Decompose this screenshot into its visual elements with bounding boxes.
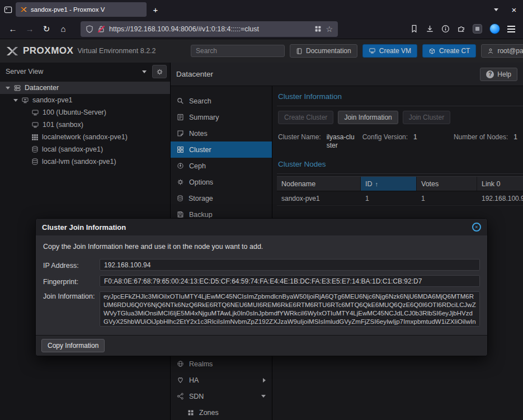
tab-list-chevron-icon[interactable] <box>488 2 504 17</box>
firefox-view-icon[interactable] <box>0 0 16 19</box>
page-info-icon[interactable] <box>441 25 450 33</box>
shield-icon[interactable] <box>86 25 93 33</box>
tab-title: sandox-pve1 - Proxmox V <box>31 6 142 13</box>
dialog-close-icon[interactable]: × <box>472 223 481 232</box>
url-bar[interactable]: https://192.168.100.94:8006/#v1:0:18:4::… <box>81 21 338 37</box>
account-avatar[interactable] <box>489 23 500 34</box>
dialog-footer: Copy Information <box>36 335 487 356</box>
fingerprint-field[interactable]: F0:A8:0E:67:68:79:65:00:24:13:EC:D5:CF:6… <box>100 275 480 287</box>
join-information-row: Join Information: eyJpcEFkZHJlc3MiOiIxOT… <box>43 291 480 327</box>
extension-badge-icon[interactable] <box>473 24 482 34</box>
menu-icon[interactable] <box>507 29 515 30</box>
cluster-join-information-dialog: Cluster Join Information × Copy the Join… <box>35 218 488 356</box>
dialog-body: Copy the Join Information here and use i… <box>36 235 487 335</box>
ip-address-field[interactable]: 192.168.100.94 <box>100 259 480 271</box>
dialog-header[interactable]: Cluster Join Information × <box>36 219 487 235</box>
bookmark-flag-icon[interactable] <box>410 25 418 33</box>
window-close-button[interactable]: × <box>506 2 522 17</box>
back-button[interactable]: ← <box>4 21 21 37</box>
extensions-puzzle-icon[interactable] <box>457 25 465 33</box>
dialog-title: Cluster Join Information <box>42 223 126 232</box>
grid-icon[interactable] <box>314 25 322 32</box>
dialog-description: Copy the Join Information here and use i… <box>43 243 480 251</box>
browser-window: sandox-pve1 - Proxmox V + × ← → ↻ ⌂ http… <box>0 0 523 420</box>
fingerprint-row: Fingerprint: F0:A8:0E:67:68:79:65:00:24:… <box>43 275 480 287</box>
join-information-textarea[interactable]: eyJpcEFkZHJlc3MiOiIxOTIuMTY4LjEwMC45NCIs… <box>100 291 480 327</box>
browser-tab[interactable]: sandox-pve1 - Proxmox V <box>16 2 147 17</box>
reload-button[interactable]: ↻ <box>38 21 55 37</box>
url-text[interactable]: https://192.168.100.94:8006/#v1:0:18:4::… <box>109 25 310 33</box>
tab-bar: sandox-pve1 - Proxmox V + × <box>0 0 523 19</box>
insecure-lock-icon[interactable] <box>97 25 105 33</box>
copy-information-button[interactable]: Copy Information <box>41 339 105 352</box>
navigation-bar: ← → ↻ ⌂ https://192.168.100.94:8006/#v1:… <box>0 19 523 39</box>
home-button[interactable]: ⌂ <box>55 21 72 37</box>
ip-address-row: IP Address: 192.168.100.94 <box>43 259 480 271</box>
forward-button[interactable]: → <box>21 21 38 37</box>
proxmox-favicon <box>20 6 27 13</box>
downloads-icon[interactable] <box>426 25 434 33</box>
toolbar-icons <box>410 23 519 34</box>
bookmark-star-icon[interactable]: ☆ <box>326 25 333 34</box>
new-tab-button[interactable]: + <box>148 2 163 17</box>
